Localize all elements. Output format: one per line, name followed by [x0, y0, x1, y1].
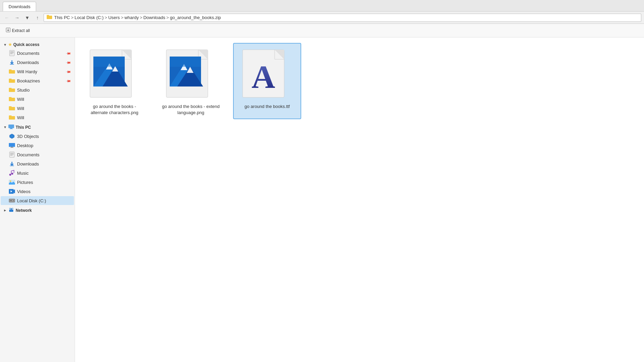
svg-point-40 [11, 209, 12, 210]
sidebar-item-local-disk[interactable]: Local Disk (C:) [1, 196, 74, 205]
path-zip[interactable]: go_around_the_books.zip [170, 15, 221, 20]
sidebar-item-downloads-quick[interactable]: Downloads 📌 [1, 58, 74, 67]
svg-rect-11 [9, 79, 12, 80]
dropdown-button[interactable]: ▼ [23, 14, 31, 22]
file-item-1[interactable]: go around the books - alternate characte… [80, 43, 149, 119]
downloads-quick-icon [9, 59, 15, 65]
up-icon: ↑ [36, 15, 39, 20]
svg-rect-13 [9, 88, 12, 89]
network-header[interactable]: ► Network [0, 205, 75, 215]
sidebar-item-studio[interactable]: Studio [1, 85, 74, 94]
sidebar-item-downloads-pc[interactable]: Downloads [1, 159, 74, 168]
sidebar-item-videos[interactable]: Videos [1, 187, 74, 196]
up-button[interactable]: ↑ [33, 14, 42, 22]
sidebar-item-will1[interactable]: Will [1, 95, 74, 104]
svg-rect-21 [10, 128, 12, 129]
back-button[interactable]: ← [3, 14, 11, 22]
sidebar: ▼ ★ Quick access Documents 📌 [0, 37, 75, 362]
sidebar-item-will3[interactable]: Will [1, 113, 74, 122]
forward-icon: → [15, 15, 19, 20]
path-icon [47, 15, 52, 20]
quick-access-header[interactable]: ▼ ★ Quick access [0, 40, 75, 48]
svg-text:A: A [251, 59, 275, 95]
dropdown-icon: ▼ [25, 15, 30, 20]
downloads-pc-icon [9, 161, 15, 167]
sidebar-item-music[interactable]: Music [1, 169, 74, 177]
svg-rect-27 [10, 153, 14, 154]
will3-icon [9, 114, 15, 121]
extract-all-button[interactable]: Extract all [3, 26, 33, 36]
music-icon [9, 170, 15, 176]
svg-rect-5 [10, 52, 14, 53]
svg-point-32 [10, 180, 11, 182]
desktop-icon [9, 142, 15, 148]
sidebar-item-desktop[interactable]: Desktop [1, 141, 74, 150]
svg-rect-38 [10, 200, 12, 201]
sidebar-item-3d-objects[interactable]: 3D Objects [1, 132, 74, 141]
will2-label: Will [17, 106, 71, 111]
svg-rect-7 [10, 64, 14, 65]
tab-downloads-label: Downloads [9, 4, 30, 9]
this-pc-header[interactable]: ▼ This PC [0, 122, 75, 131]
svg-rect-22 [10, 129, 13, 129]
local-disk-icon [9, 198, 15, 204]
sidebar-item-documents-pc[interactable]: Documents [1, 150, 74, 159]
content-area: go around the books - alternate characte… [75, 37, 644, 362]
svg-rect-4 [10, 51, 14, 52]
path-downloads[interactable]: Downloads [143, 15, 165, 20]
bookazines-label: Bookazines [17, 78, 65, 83]
local-disk-label: Local Disk (C:) [17, 198, 71, 203]
address-path[interactable]: This PC > Local Disk (C:) > Users > whar… [44, 14, 641, 22]
documents-pin-icon: 📌 [66, 50, 71, 56]
this-pc-label: This PC [16, 125, 31, 130]
videos-label: Videos [17, 189, 71, 194]
sidebar-item-pictures[interactable]: Pictures [1, 178, 74, 187]
sidebar-item-documents[interactable]: Documents 📌 [1, 49, 74, 58]
sidebar-item-will-hardy[interactable]: Will Hardy 📌 [1, 67, 74, 76]
path-this-pc[interactable]: This PC [54, 15, 70, 20]
file-icon-png-2 [164, 46, 218, 101]
svg-rect-19 [9, 115, 12, 117]
music-label: Music [17, 171, 71, 176]
this-pc-icon [8, 124, 14, 130]
main-layout: ▼ ★ Quick access Documents 📌 [0, 37, 644, 362]
svg-rect-20 [9, 125, 14, 128]
toolbar: Extract all [0, 24, 644, 37]
file-item-3[interactable]: A go around the books.ttf [233, 43, 301, 119]
will1-label: Will [17, 97, 71, 102]
svg-rect-3 [10, 50, 14, 56]
tab-bar: Downloads [0, 0, 644, 12]
tab-downloads[interactable]: Downloads [3, 2, 36, 11]
file-icon-png-1 [87, 46, 142, 101]
svg-rect-23 [9, 143, 15, 147]
quick-access-star-icon: ★ [8, 42, 12, 47]
pictures-label: Pictures [17, 180, 71, 185]
sidebar-item-will2[interactable]: Will [1, 104, 74, 113]
downloads-quick-pin-icon: 📌 [66, 60, 71, 65]
network-chevron: ► [3, 208, 7, 212]
address-bar: ← → ▼ ↑ This PC > Local Disk (C:) > User… [0, 12, 644, 24]
svg-rect-15 [9, 97, 12, 98]
forward-button[interactable]: → [13, 14, 21, 22]
will-hardy-pin-icon: 📌 [66, 69, 71, 74]
will3-label: Will [17, 115, 71, 120]
network-icon [8, 207, 14, 213]
will1-icon [9, 96, 15, 102]
quick-access-chevron: ▼ [3, 43, 7, 47]
pictures-icon [9, 179, 15, 185]
quick-access-label: Quick access [13, 42, 40, 47]
svg-rect-9 [9, 69, 12, 71]
downloads-quick-label: Downloads [17, 60, 65, 65]
documents-pc-label: Documents [17, 152, 71, 157]
sidebar-item-bookazines[interactable]: Bookazines 📌 [1, 76, 74, 85]
path-users[interactable]: Users [108, 15, 120, 20]
extract-icon [6, 28, 11, 33]
file-item-2[interactable]: go around the books - extend language.pn… [157, 43, 225, 119]
path-local-disk[interactable]: Local Disk (C:) [75, 15, 104, 20]
will-hardy-label: Will Hardy [17, 69, 65, 74]
studio-label: Studio [17, 88, 71, 93]
documents-icon [9, 50, 15, 56]
path-whardy[interactable]: whardy [124, 15, 139, 20]
svg-rect-25 [10, 147, 14, 148]
will-hardy-icon [9, 68, 15, 75]
